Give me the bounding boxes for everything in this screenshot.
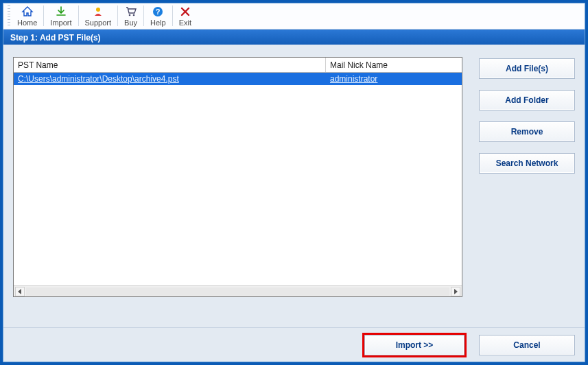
scroll-left-icon[interactable] [15, 287, 25, 296]
toolbar-buy-button[interactable]: Buy [120, 3, 141, 28]
add-folder-button[interactable]: Add Folder [479, 90, 575, 110]
horizontal-scrollbar[interactable] [14, 285, 462, 296]
remove-button[interactable]: Remove [479, 121, 575, 142]
column-header-pst-name[interactable]: PST Name [14, 58, 326, 72]
toolbar-home-button[interactable]: Home [13, 3, 41, 28]
add-files-button[interactable]: Add File(s) [479, 58, 575, 79]
cart-icon [125, 5, 137, 18]
table-header: PST Name Mail Nick Name [14, 58, 462, 73]
toolbar-help-label: Help [150, 19, 166, 27]
main-area: PST Name Mail Nick Name C:\Users\adminis… [3, 45, 585, 327]
toolbar-help-button[interactable]: ? Help [146, 3, 170, 28]
table-body: C:\Users\administrator\Desktop\archive4.… [14, 73, 462, 285]
toolbar-separator [117, 5, 118, 26]
support-icon [92, 5, 104, 18]
cell-mail-nick-name: administrator [326, 74, 462, 84]
home-icon [21, 5, 34, 18]
side-buttons: Add File(s) Add Folder Remove Search Net… [479, 58, 575, 320]
svg-point-1 [128, 14, 130, 16]
toolbar-grip [8, 5, 10, 27]
search-network-button[interactable]: Search Network [479, 153, 575, 174]
exit-icon [179, 5, 191, 18]
svg-point-0 [96, 8, 100, 12]
toolbar-support-button[interactable]: Support [81, 3, 116, 28]
toolbar-separator [78, 5, 79, 26]
toolbar-buy-label: Buy [124, 19, 137, 27]
column-header-mail-nick-name[interactable]: Mail Nick Name [326, 58, 462, 72]
import-icon [55, 5, 67, 18]
svg-text:?: ? [156, 8, 161, 16]
toolbar-exit-label: Exit [179, 19, 191, 27]
toolbar-home-label: Home [17, 19, 37, 27]
toolbar-separator [43, 5, 44, 26]
footer: Import >> Cancel [3, 327, 585, 362]
toolbar-separator [143, 5, 144, 26]
import-button[interactable]: Import >> [364, 335, 464, 355]
toolbar-exit-button[interactable]: Exit [175, 3, 196, 28]
cell-pst-name: C:\Users\administrator\Desktop\archive4.… [14, 74, 326, 84]
toolbar-import-button[interactable]: Import [46, 3, 75, 28]
toolbar-support-label: Support [85, 19, 112, 27]
svg-point-2 [132, 14, 134, 16]
import-highlight-frame: Import >> [362, 333, 467, 357]
scroll-right-icon[interactable] [451, 287, 460, 296]
step-header: Step 1: Add PST File(s) [3, 30, 585, 45]
toolbar-import-label: Import [50, 19, 71, 27]
app-frame: Home Import Support Buy ? [3, 3, 585, 362]
help-icon: ? [152, 5, 164, 18]
step-header-text: Step 1: Add PST File(s) [10, 33, 101, 43]
toolbar-separator [172, 5, 173, 26]
cancel-button[interactable]: Cancel [479, 335, 575, 355]
pst-table: PST Name Mail Nick Name C:\Users\adminis… [13, 57, 462, 297]
table-row[interactable]: C:\Users\administrator\Desktop\archive4.… [14, 73, 462, 85]
scroll-track[interactable] [26, 287, 449, 296]
toolbar: Home Import Support Buy ? [3, 3, 585, 30]
